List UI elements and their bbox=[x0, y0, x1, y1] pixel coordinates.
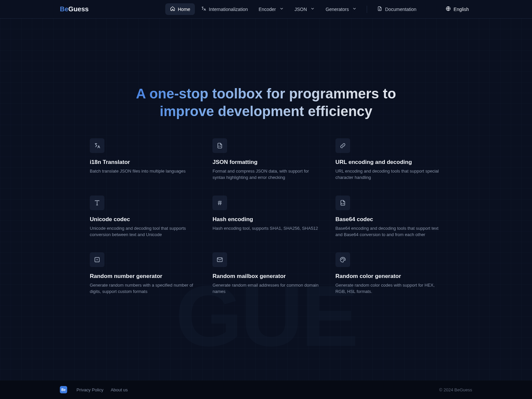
tool-title: Unicode codec bbox=[90, 216, 197, 223]
language-switch[interactable]: English bbox=[442, 4, 472, 14]
tool-random-color[interactable]: Random color generator Generate random c… bbox=[335, 252, 442, 295]
svg-point-2 bbox=[97, 260, 97, 260]
palette-icon bbox=[335, 252, 350, 267]
tool-title: Base64 codec bbox=[335, 216, 442, 223]
tool-desc: Generate random numbers with a specified… bbox=[90, 282, 196, 295]
svg-point-4 bbox=[341, 259, 342, 260]
tool-desc: Batch translate JSON files into multiple… bbox=[90, 168, 196, 175]
nav-generators-label: Generators bbox=[326, 7, 349, 12]
tool-title: Random number generator bbox=[90, 273, 197, 280]
nav-json-label: JSON bbox=[295, 7, 307, 12]
dice-icon bbox=[90, 252, 104, 267]
nav-docs[interactable]: Documentation bbox=[372, 3, 421, 15]
tool-desc: Format and compress JSON data, with supp… bbox=[212, 168, 319, 181]
footer-links: Privacy Policy About us bbox=[76, 387, 128, 392]
tool-hash-encoding[interactable]: Hash encoding Hash encoding tool, suppor… bbox=[212, 196, 319, 238]
nav-separator bbox=[367, 6, 367, 13]
tool-desc: Generate random email addresses for comm… bbox=[212, 282, 319, 295]
link-icon bbox=[335, 138, 350, 153]
logo-be: Be bbox=[60, 5, 68, 13]
tool-desc: Hash encoding tool, supports SHA1, SHA25… bbox=[212, 225, 319, 232]
file-json-icon bbox=[212, 138, 227, 153]
tools-grid: i18n Translator Batch translate JSON fil… bbox=[90, 138, 442, 295]
tool-title: JSON formatting bbox=[212, 159, 319, 166]
tool-title: Random mailbox generator bbox=[212, 273, 319, 280]
chevron-down-icon bbox=[279, 6, 284, 12]
chevron-down-icon bbox=[351, 6, 357, 12]
footer: Be Privacy Policy About us © 2024 BeGues… bbox=[0, 380, 532, 399]
translate-icon bbox=[201, 6, 206, 12]
svg-point-6 bbox=[343, 259, 344, 260]
language-label: English bbox=[454, 7, 469, 12]
hero-title: A one-stop toolbox for programmers to im… bbox=[116, 85, 416, 120]
tool-title: URL encoding and decoding bbox=[335, 159, 442, 166]
tool-title: i18n Translator bbox=[90, 159, 197, 166]
nav-encoder[interactable]: Encoder bbox=[254, 4, 289, 15]
tool-desc: URL encoding and decoding tools that sup… bbox=[335, 168, 442, 181]
hash-icon bbox=[212, 196, 227, 210]
file-code-icon bbox=[335, 196, 350, 210]
tool-unicode-codec[interactable]: Unicode codec Unicode encoding and decod… bbox=[90, 196, 197, 238]
tool-base64-codec[interactable]: Base64 codec Base64 encoding and decodin… bbox=[335, 196, 442, 238]
header: BeGuess Home Internationalization Encode… bbox=[0, 0, 532, 19]
home-icon bbox=[170, 6, 175, 12]
copyright: © 2024 BeGuess bbox=[439, 387, 472, 392]
tool-json-formatting[interactable]: JSON formatting Format and compress JSON… bbox=[212, 138, 319, 181]
nav-docs-label: Documentation bbox=[385, 7, 416, 12]
nav-encoder-label: Encoder bbox=[259, 7, 276, 12]
logo[interactable]: BeGuess bbox=[60, 5, 89, 13]
tool-title: Hash encoding bbox=[212, 216, 319, 223]
tool-i18n-translator[interactable]: i18n Translator Batch translate JSON fil… bbox=[90, 138, 197, 181]
nav-generators[interactable]: Generators bbox=[321, 4, 361, 15]
logo-guess: Guess bbox=[68, 5, 89, 13]
tool-title: Random color generator bbox=[335, 273, 442, 280]
footer-privacy-link[interactable]: Privacy Policy bbox=[76, 387, 103, 392]
svg-point-5 bbox=[342, 258, 343, 259]
hero: A one-stop toolbox for programmers to im… bbox=[0, 19, 532, 120]
main-nav: Home Internationalization Encoder JSON G… bbox=[165, 3, 421, 15]
globe-icon bbox=[446, 6, 451, 12]
tool-desc: Unicode encoding and decoding tool that … bbox=[90, 225, 196, 238]
nav-i18n-label: Internationalization bbox=[209, 7, 248, 12]
footer-about-link[interactable]: About us bbox=[111, 387, 128, 392]
tool-random-mailbox[interactable]: Random mailbox generator Generate random… bbox=[212, 252, 319, 295]
nav-json[interactable]: JSON bbox=[290, 4, 320, 15]
translate-icon bbox=[90, 138, 104, 153]
nav-home[interactable]: Home bbox=[165, 3, 195, 15]
document-icon bbox=[377, 6, 382, 12]
tool-desc: Generate random color codes with support… bbox=[335, 282, 442, 295]
tool-random-number[interactable]: Random number generator Generate random … bbox=[90, 252, 197, 295]
type-icon bbox=[90, 196, 104, 210]
tool-url-encode[interactable]: URL encoding and decoding URL encoding a… bbox=[335, 138, 442, 181]
tool-desc: Base64 encoding and decoding tools that … bbox=[335, 225, 442, 238]
nav-i18n[interactable]: Internationalization bbox=[196, 3, 253, 15]
nav-home-label: Home bbox=[178, 7, 190, 12]
chevron-down-icon bbox=[310, 6, 315, 12]
mail-icon bbox=[212, 252, 227, 267]
footer-logo[interactable]: Be bbox=[60, 386, 67, 393]
